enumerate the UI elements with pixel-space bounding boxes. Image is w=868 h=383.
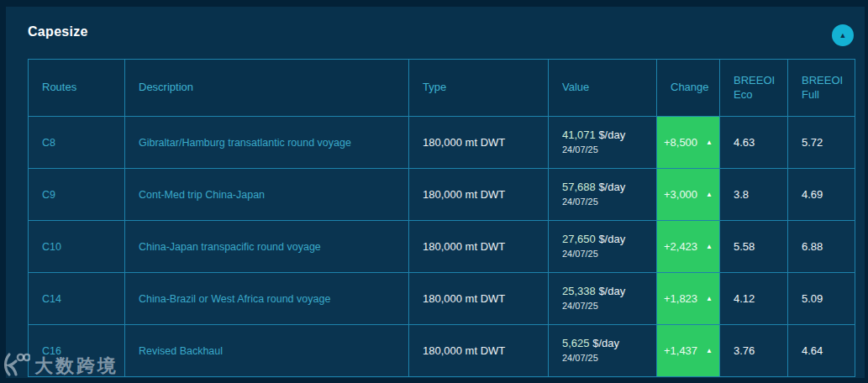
change-cell: +2,423 ▲ bbox=[656, 221, 719, 272]
value-date: 24/07/25 bbox=[562, 144, 598, 155]
type-cell: 180,000 mt DWT bbox=[408, 325, 548, 376]
up-triangle-icon: ▲ bbox=[706, 296, 713, 302]
value-date: 24/07/25 bbox=[562, 196, 598, 207]
breeoi-full-cell: 5.09 bbox=[787, 273, 855, 324]
value-date: 24/07/25 bbox=[562, 300, 598, 312]
route-cell: C8 bbox=[28, 117, 124, 168]
change-value: +8,500 bbox=[664, 136, 697, 149]
up-triangle-icon: ▲ bbox=[706, 348, 713, 354]
column-header-description: Description bbox=[124, 60, 408, 116]
value-date: 24/07/25 bbox=[562, 248, 598, 260]
breeoi-eco-cell: 5.58 bbox=[719, 221, 787, 272]
table-header-row: RoutesDescriptionTypeValueChangeBREEOI E… bbox=[28, 59, 855, 116]
type-cell: 180,000 mt DWT bbox=[408, 221, 548, 272]
value-amount: 57,688 $/day bbox=[562, 181, 625, 195]
type-cell: 180,000 mt DWT bbox=[408, 117, 548, 168]
description-cell: China-Brazil or West Africa round voyage bbox=[124, 273, 408, 324]
collapse-button[interactable]: ▲ bbox=[832, 24, 854, 46]
description-cell: Cont-Med trip China-Japan bbox=[124, 169, 408, 220]
description-cell: Revised Backhaul bbox=[124, 325, 408, 376]
column-header-breeoi-eco: BREEOI Eco bbox=[719, 60, 787, 116]
value-cell: 5,625 $/day 24/07/25 bbox=[548, 325, 656, 376]
route-cell: C16 bbox=[28, 325, 124, 376]
table-row[interactable]: C8 Gibraltar/Hamburg transatlantic round… bbox=[28, 116, 855, 168]
breeoi-eco-cell: 3.76 bbox=[719, 325, 787, 376]
panel-title: Capesize bbox=[28, 24, 88, 39]
table-row[interactable]: C9 Cont-Med trip China-Japan 180,000 mt … bbox=[28, 168, 855, 220]
column-header-breeoi-full: BREEOI Full bbox=[787, 60, 855, 116]
description-cell: Gibraltar/Hamburg transatlantic round vo… bbox=[124, 117, 408, 168]
change-value: +3,000 bbox=[664, 188, 697, 201]
value-date: 24/07/25 bbox=[562, 352, 598, 364]
up-triangle-icon: ▲ bbox=[706, 244, 713, 250]
change-value: +1,437 bbox=[664, 344, 697, 357]
column-header-routes: Routes bbox=[28, 60, 124, 116]
breeoi-eco-cell: 4.63 bbox=[719, 117, 787, 168]
table-row[interactable]: C10 China-Japan transpacific round voyag… bbox=[28, 220, 855, 272]
breeoi-eco-cell: 3.8 bbox=[719, 169, 787, 220]
change-value: +1,823 bbox=[664, 292, 697, 305]
type-cell: 180,000 mt DWT bbox=[408, 273, 548, 324]
type-cell: 180,000 mt DWT bbox=[408, 169, 548, 220]
value-amount: 5,625 $/day bbox=[562, 337, 619, 351]
value-cell: 25,338 $/day 24/07/25 bbox=[548, 273, 656, 324]
breeoi-full-cell: 5.72 bbox=[787, 117, 855, 168]
column-header-type: Type bbox=[408, 60, 548, 116]
value-cell: 41,071 $/day 24/07/25 bbox=[548, 117, 656, 168]
value-amount: 25,338 $/day bbox=[562, 285, 625, 299]
description-cell: China-Japan transpacific round voyage bbox=[124, 221, 408, 272]
change-cell: +1,823 ▲ bbox=[656, 273, 719, 324]
change-cell: +3,000 ▲ bbox=[656, 169, 719, 220]
table-row[interactable]: C16 Revised Backhaul 180,000 mt DWT 5,62… bbox=[28, 324, 855, 376]
table-body: C8 Gibraltar/Hamburg transatlantic round… bbox=[28, 116, 855, 376]
route-cell: C9 bbox=[28, 169, 124, 220]
change-cell: +8,500 ▲ bbox=[656, 117, 719, 168]
up-triangle-icon: ▲ bbox=[706, 139, 713, 146]
value-amount: 27,650 $/day bbox=[562, 233, 625, 247]
route-cell: C10 bbox=[28, 221, 124, 272]
column-header-change: Change bbox=[656, 60, 719, 116]
breeoi-full-cell: 6.88 bbox=[787, 221, 855, 272]
capesize-rates-table: RoutesDescriptionTypeValueChangeBREEOI E… bbox=[28, 59, 855, 377]
change-cell: +1,437 ▲ bbox=[656, 325, 719, 376]
change-value: +2,423 bbox=[664, 240, 697, 253]
route-cell: C14 bbox=[28, 273, 124, 324]
table-row[interactable]: C14 China-Brazil or West Africa round vo… bbox=[28, 272, 855, 324]
value-cell: 27,650 $/day 24/07/25 bbox=[548, 221, 656, 272]
breeoi-full-cell: 4.64 bbox=[787, 325, 855, 376]
breeoi-full-cell: 4.69 bbox=[787, 169, 855, 220]
up-triangle-icon: ▲ bbox=[706, 192, 713, 198]
breeoi-eco-cell: 4.12 bbox=[719, 273, 787, 324]
chevron-up-icon: ▲ bbox=[839, 31, 847, 39]
column-header-value: Value bbox=[548, 60, 656, 116]
value-amount: 41,071 $/day bbox=[562, 129, 625, 143]
capesize-panel: Capesize ▲ RoutesDescriptionTypeValueCha… bbox=[6, 7, 865, 378]
value-cell: 57,688 $/day 24/07/25 bbox=[548, 169, 656, 220]
